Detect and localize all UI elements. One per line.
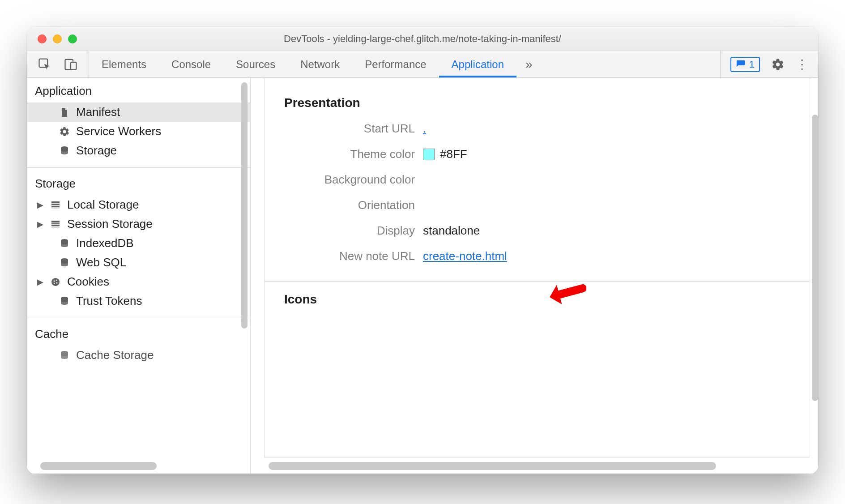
- svg-point-18: [54, 282, 55, 283]
- section-icons-heading: Icons: [284, 292, 790, 307]
- sidebar-item-service-workers[interactable]: Service Workers: [27, 122, 250, 141]
- table-icon: [49, 218, 62, 231]
- svg-rect-11: [51, 225, 60, 226]
- expand-arrow-icon[interactable]: ▶: [37, 200, 44, 210]
- sidebar-item-web-sql[interactable]: Web SQL: [27, 253, 250, 272]
- svg-rect-9: [51, 221, 60, 222]
- sidebar-item-label: Local Storage: [67, 198, 139, 212]
- tab-network[interactable]: Network: [288, 51, 352, 77]
- tab-performance[interactable]: Performance: [352, 51, 439, 77]
- svg-rect-6: [51, 204, 60, 205]
- tab-console[interactable]: Console: [159, 51, 223, 77]
- sidebar-item-label: Session Storage: [67, 217, 153, 231]
- row-orientation: Orientation: [284, 198, 790, 212]
- svg-point-14: [51, 278, 60, 286]
- svg-point-16: [56, 279, 57, 281]
- row-label: Display: [284, 224, 423, 238]
- row-new-note-url: New note URL create-note.html: [284, 249, 790, 263]
- tab-application[interactable]: Application: [439, 51, 516, 77]
- svg-point-17: [56, 282, 58, 283]
- tab-sources[interactable]: Sources: [223, 51, 288, 77]
- row-label: Theme color: [284, 147, 423, 161]
- expand-arrow-icon[interactable]: ▶: [37, 277, 44, 287]
- sidebar-horizontal-scrollbar[interactable]: [40, 462, 157, 470]
- row-label: New note URL: [284, 249, 423, 263]
- sidebar-section-application: Application: [27, 78, 250, 103]
- window-zoom-button[interactable]: [68, 34, 77, 43]
- content-vertical-scrollbar[interactable]: [812, 83, 818, 456]
- row-theme-color: Theme color #8FF: [284, 147, 790, 161]
- theme-color-swatch: [423, 149, 435, 160]
- sidebar-item-storage[interactable]: Storage: [27, 141, 250, 160]
- row-display: Display standalone: [284, 224, 790, 238]
- inspect-element-icon[interactable]: [37, 56, 53, 73]
- application-sidebar: Application Manifest Service Workers: [27, 78, 251, 474]
- table-icon: [49, 199, 62, 211]
- database-icon: [58, 237, 71, 250]
- window-title: DevTools - yielding-large-chef.glitch.me…: [27, 33, 818, 45]
- theme-color-value: #8FF: [440, 147, 467, 161]
- sidebar-vertical-scrollbar[interactable]: [241, 82, 248, 456]
- database-icon: [58, 295, 71, 308]
- more-menu-icon[interactable]: ⋮: [796, 58, 808, 71]
- issues-count: 1: [749, 59, 755, 70]
- start-url-link[interactable]: .: [423, 122, 426, 136]
- annotation-arrow-icon: [546, 273, 586, 315]
- svg-rect-10: [51, 223, 60, 224]
- sidebar-item-label: Web SQL: [76, 256, 126, 269]
- file-icon: [58, 106, 71, 119]
- manifest-pane: Presentation Start URL . Theme color #8F…: [251, 78, 818, 474]
- sidebar-item-label: Storage: [76, 144, 117, 158]
- sidebar-item-label: Cookies: [67, 275, 109, 289]
- svg-rect-5: [51, 201, 60, 203]
- sidebar-item-label: Manifest: [76, 105, 120, 119]
- cookie-icon: [49, 276, 62, 288]
- sidebar-item-local-storage[interactable]: ▶ Local Storage: [27, 195, 250, 214]
- display-value: standalone: [423, 224, 480, 238]
- row-label: Orientation: [284, 198, 423, 212]
- database-icon: [58, 145, 71, 157]
- window-minimize-button[interactable]: [53, 34, 62, 43]
- row-background-color: Background color: [284, 173, 790, 187]
- sidebar-item-label: Cache Storage: [76, 348, 154, 362]
- row-label: Start URL: [284, 122, 423, 136]
- titlebar: DevTools - yielding-large-chef.glitch.me…: [27, 27, 818, 51]
- svg-point-15: [54, 280, 55, 282]
- sidebar-item-manifest[interactable]: Manifest: [27, 103, 250, 122]
- row-label: Background color: [284, 173, 423, 187]
- expand-arrow-icon[interactable]: ▶: [37, 219, 44, 229]
- sidebar-item-label: Service Workers: [76, 124, 161, 138]
- tab-elements[interactable]: Elements: [89, 51, 159, 77]
- sidebar-item-cookies[interactable]: ▶ Cookies: [27, 272, 250, 291]
- sidebar-section-storage: Storage: [27, 171, 250, 195]
- sidebar-item-cache-storage[interactable]: Cache Storage: [27, 346, 250, 365]
- sidebar-item-label: IndexedDB: [76, 236, 134, 250]
- database-icon: [58, 349, 71, 362]
- sidebar-item-trust-tokens[interactable]: Trust Tokens: [27, 291, 250, 311]
- settings-gear-icon[interactable]: [770, 56, 786, 73]
- sidebar-item-indexeddb[interactable]: IndexedDB: [27, 234, 250, 253]
- row-start-url: Start URL .: [284, 122, 790, 136]
- section-presentation-heading: Presentation: [284, 96, 790, 110]
- gear-icon: [58, 125, 71, 138]
- svg-rect-2: [71, 62, 77, 69]
- device-toolbar-icon[interactable]: [63, 56, 79, 73]
- tabs-overflow-button[interactable]: »: [516, 51, 542, 77]
- svg-rect-7: [51, 206, 60, 207]
- sidebar-item-label: Trust Tokens: [76, 294, 142, 308]
- issues-button[interactable]: 1: [730, 57, 760, 72]
- sidebar-section-cache: Cache: [27, 321, 250, 346]
- sidebar-item-session-storage[interactable]: ▶ Session Storage: [27, 214, 250, 234]
- devtools-toolbar: Elements Console Sources Network Perform…: [27, 51, 818, 78]
- window-close-button[interactable]: [38, 34, 47, 43]
- content-horizontal-scrollbar[interactable]: [269, 462, 800, 470]
- new-note-url-link[interactable]: create-note.html: [423, 249, 507, 263]
- database-icon: [58, 256, 71, 269]
